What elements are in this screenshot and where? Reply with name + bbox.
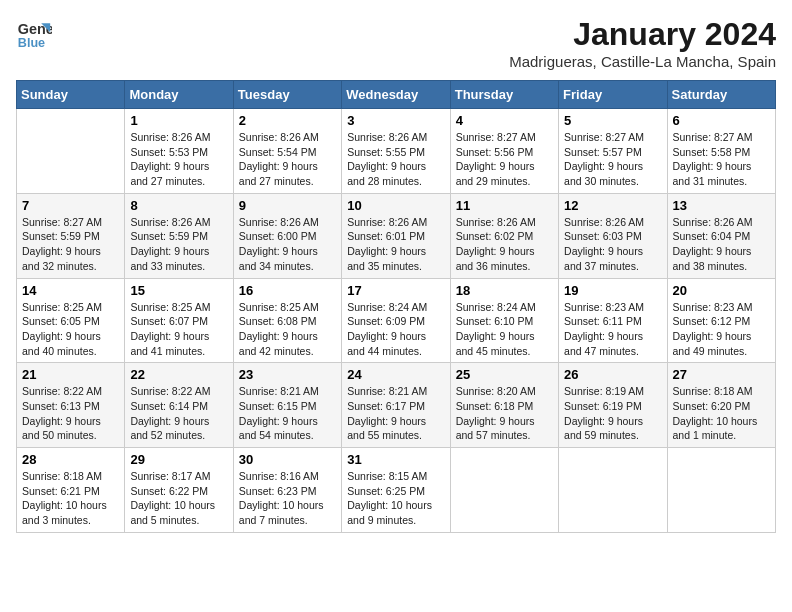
week-row-0: 1Sunrise: 8:26 AMSunset: 5:53 PMDaylight… [17, 109, 776, 194]
calendar-cell: 31Sunrise: 8:15 AMSunset: 6:25 PMDayligh… [342, 448, 450, 533]
calendar-cell: 6Sunrise: 8:27 AMSunset: 5:58 PMDaylight… [667, 109, 775, 194]
day-number: 9 [239, 198, 336, 213]
day-number: 24 [347, 367, 444, 382]
day-info: Sunrise: 8:21 AMSunset: 6:17 PMDaylight:… [347, 384, 444, 443]
calendar-cell: 5Sunrise: 8:27 AMSunset: 5:57 PMDaylight… [559, 109, 667, 194]
day-info: Sunrise: 8:18 AMSunset: 6:21 PMDaylight:… [22, 469, 119, 528]
calendar-cell: 16Sunrise: 8:25 AMSunset: 6:08 PMDayligh… [233, 278, 341, 363]
calendar-cell [667, 448, 775, 533]
day-number: 16 [239, 283, 336, 298]
day-number: 12 [564, 198, 661, 213]
calendar-cell: 19Sunrise: 8:23 AMSunset: 6:11 PMDayligh… [559, 278, 667, 363]
day-number: 7 [22, 198, 119, 213]
day-info: Sunrise: 8:26 AMSunset: 5:59 PMDaylight:… [130, 215, 227, 274]
day-number: 6 [673, 113, 770, 128]
week-row-3: 21Sunrise: 8:22 AMSunset: 6:13 PMDayligh… [17, 363, 776, 448]
calendar-cell: 17Sunrise: 8:24 AMSunset: 6:09 PMDayligh… [342, 278, 450, 363]
day-info: Sunrise: 8:26 AMSunset: 5:55 PMDaylight:… [347, 130, 444, 189]
calendar-cell [559, 448, 667, 533]
calendar-cell: 1Sunrise: 8:26 AMSunset: 5:53 PMDaylight… [125, 109, 233, 194]
day-number: 21 [22, 367, 119, 382]
calendar-cell: 8Sunrise: 8:26 AMSunset: 5:59 PMDaylight… [125, 193, 233, 278]
day-info: Sunrise: 8:27 AMSunset: 5:56 PMDaylight:… [456, 130, 553, 189]
calendar-cell: 26Sunrise: 8:19 AMSunset: 6:19 PMDayligh… [559, 363, 667, 448]
day-info: Sunrise: 8:24 AMSunset: 6:09 PMDaylight:… [347, 300, 444, 359]
week-row-2: 14Sunrise: 8:25 AMSunset: 6:05 PMDayligh… [17, 278, 776, 363]
day-number: 11 [456, 198, 553, 213]
location-title: Madrigueras, Castille-La Mancha, Spain [509, 53, 776, 70]
logo-icon: General Blue [16, 16, 52, 52]
calendar-cell: 7Sunrise: 8:27 AMSunset: 5:59 PMDaylight… [17, 193, 125, 278]
day-number: 25 [456, 367, 553, 382]
calendar-cell: 3Sunrise: 8:26 AMSunset: 5:55 PMDaylight… [342, 109, 450, 194]
calendar-cell: 15Sunrise: 8:25 AMSunset: 6:07 PMDayligh… [125, 278, 233, 363]
day-info: Sunrise: 8:26 AMSunset: 6:04 PMDaylight:… [673, 215, 770, 274]
day-info: Sunrise: 8:18 AMSunset: 6:20 PMDaylight:… [673, 384, 770, 443]
day-number: 10 [347, 198, 444, 213]
day-info: Sunrise: 8:27 AMSunset: 5:59 PMDaylight:… [22, 215, 119, 274]
calendar-cell: 21Sunrise: 8:22 AMSunset: 6:13 PMDayligh… [17, 363, 125, 448]
day-number: 18 [456, 283, 553, 298]
day-info: Sunrise: 8:23 AMSunset: 6:11 PMDaylight:… [564, 300, 661, 359]
day-info: Sunrise: 8:26 AMSunset: 6:00 PMDaylight:… [239, 215, 336, 274]
day-number: 14 [22, 283, 119, 298]
calendar-cell: 27Sunrise: 8:18 AMSunset: 6:20 PMDayligh… [667, 363, 775, 448]
day-info: Sunrise: 8:26 AMSunset: 6:01 PMDaylight:… [347, 215, 444, 274]
calendar-cell: 28Sunrise: 8:18 AMSunset: 6:21 PMDayligh… [17, 448, 125, 533]
calendar-cell: 2Sunrise: 8:26 AMSunset: 5:54 PMDaylight… [233, 109, 341, 194]
header-cell-thursday: Thursday [450, 81, 558, 109]
page-header: General Blue January 2024 Madrigueras, C… [16, 16, 776, 70]
day-number: 28 [22, 452, 119, 467]
title-block: January 2024 Madrigueras, Castille-La Ma… [509, 16, 776, 70]
day-number: 4 [456, 113, 553, 128]
day-number: 15 [130, 283, 227, 298]
day-number: 22 [130, 367, 227, 382]
day-number: 27 [673, 367, 770, 382]
day-info: Sunrise: 8:27 AMSunset: 5:58 PMDaylight:… [673, 130, 770, 189]
header-cell-friday: Friday [559, 81, 667, 109]
day-info: Sunrise: 8:26 AMSunset: 5:53 PMDaylight:… [130, 130, 227, 189]
day-number: 19 [564, 283, 661, 298]
calendar-cell: 29Sunrise: 8:17 AMSunset: 6:22 PMDayligh… [125, 448, 233, 533]
day-number: 3 [347, 113, 444, 128]
day-info: Sunrise: 8:26 AMSunset: 6:02 PMDaylight:… [456, 215, 553, 274]
day-number: 17 [347, 283, 444, 298]
logo: General Blue [16, 16, 52, 52]
day-info: Sunrise: 8:17 AMSunset: 6:22 PMDaylight:… [130, 469, 227, 528]
calendar-body: 1Sunrise: 8:26 AMSunset: 5:53 PMDaylight… [17, 109, 776, 533]
day-info: Sunrise: 8:25 AMSunset: 6:08 PMDaylight:… [239, 300, 336, 359]
day-info: Sunrise: 8:25 AMSunset: 6:05 PMDaylight:… [22, 300, 119, 359]
calendar-cell: 9Sunrise: 8:26 AMSunset: 6:00 PMDaylight… [233, 193, 341, 278]
day-number: 2 [239, 113, 336, 128]
day-info: Sunrise: 8:15 AMSunset: 6:25 PMDaylight:… [347, 469, 444, 528]
calendar-cell: 23Sunrise: 8:21 AMSunset: 6:15 PMDayligh… [233, 363, 341, 448]
calendar-cell: 11Sunrise: 8:26 AMSunset: 6:02 PMDayligh… [450, 193, 558, 278]
day-number: 13 [673, 198, 770, 213]
day-number: 1 [130, 113, 227, 128]
svg-text:Blue: Blue [18, 36, 45, 50]
month-title: January 2024 [509, 16, 776, 53]
day-info: Sunrise: 8:26 AMSunset: 6:03 PMDaylight:… [564, 215, 661, 274]
calendar-header: SundayMondayTuesdayWednesdayThursdayFrid… [17, 81, 776, 109]
day-info: Sunrise: 8:22 AMSunset: 6:14 PMDaylight:… [130, 384, 227, 443]
header-row: SundayMondayTuesdayWednesdayThursdayFrid… [17, 81, 776, 109]
calendar-cell: 22Sunrise: 8:22 AMSunset: 6:14 PMDayligh… [125, 363, 233, 448]
day-info: Sunrise: 8:22 AMSunset: 6:13 PMDaylight:… [22, 384, 119, 443]
calendar-cell [17, 109, 125, 194]
day-info: Sunrise: 8:23 AMSunset: 6:12 PMDaylight:… [673, 300, 770, 359]
day-info: Sunrise: 8:27 AMSunset: 5:57 PMDaylight:… [564, 130, 661, 189]
calendar-cell: 14Sunrise: 8:25 AMSunset: 6:05 PMDayligh… [17, 278, 125, 363]
header-cell-sunday: Sunday [17, 81, 125, 109]
day-number: 20 [673, 283, 770, 298]
week-row-4: 28Sunrise: 8:18 AMSunset: 6:21 PMDayligh… [17, 448, 776, 533]
day-number: 26 [564, 367, 661, 382]
day-number: 23 [239, 367, 336, 382]
day-info: Sunrise: 8:19 AMSunset: 6:19 PMDaylight:… [564, 384, 661, 443]
header-cell-tuesday: Tuesday [233, 81, 341, 109]
week-row-1: 7Sunrise: 8:27 AMSunset: 5:59 PMDaylight… [17, 193, 776, 278]
day-number: 31 [347, 452, 444, 467]
calendar-cell: 25Sunrise: 8:20 AMSunset: 6:18 PMDayligh… [450, 363, 558, 448]
header-cell-saturday: Saturday [667, 81, 775, 109]
day-info: Sunrise: 8:25 AMSunset: 6:07 PMDaylight:… [130, 300, 227, 359]
calendar-cell: 4Sunrise: 8:27 AMSunset: 5:56 PMDaylight… [450, 109, 558, 194]
